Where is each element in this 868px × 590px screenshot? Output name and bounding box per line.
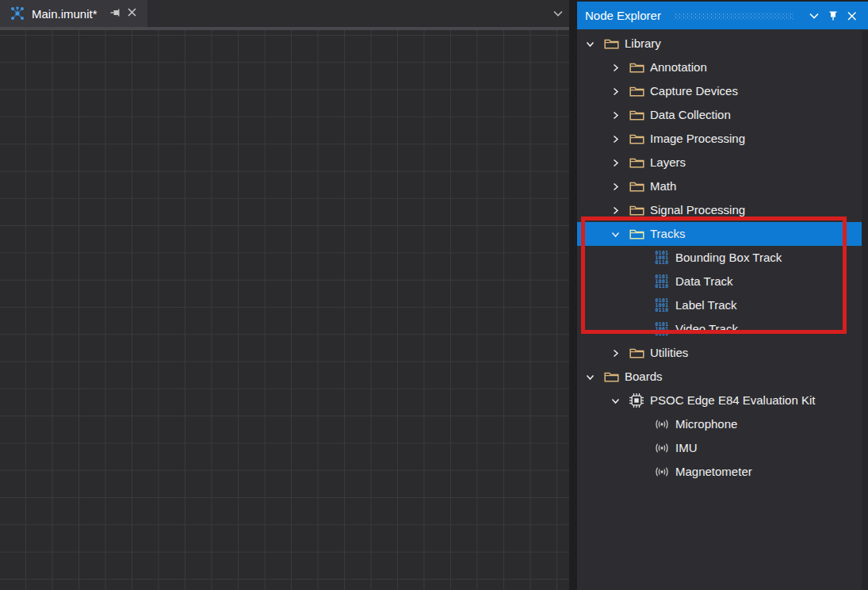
folder-icon [628,61,645,74]
tree-item-label: Boards [625,365,663,389]
folder-icon [628,347,645,359]
tree-item-label: PSOC Edge E84 Evaluation Kit [650,389,815,412]
document-tabbar: Main.imunit* [0,0,569,27]
tab-title: Main.imunit* [32,7,98,21]
tree-item-signal-processing[interactable]: Signal Processing [577,198,862,222]
binary-track-icon: 010110010110 [653,274,671,289]
tree-item-label: Magnetometer [675,460,752,484]
chevron-right-icon[interactable] [610,205,628,216]
pin-icon[interactable] [109,6,121,21]
binary-track-icon: 010110010110 [653,322,671,336]
tree-item-data-collection[interactable]: Data Collection [577,103,862,127]
tree-item-utilities[interactable]: Utilities [577,341,862,365]
tree-item-video-track[interactable]: 010110010110Video Track [577,317,862,341]
node-tree: LibraryAnnotationCapture DevicesData Col… [577,32,862,484]
tree-item-label: Image Processing [650,127,745,151]
sensor-icon [653,419,671,430]
sensor-icon [653,466,671,477]
chevron-down-icon[interactable] [610,396,628,406]
tree-item-bounding-box-track[interactable]: 010110010110Bounding Box Track [577,246,862,270]
tree-item-label: Video Track [675,317,738,341]
chevron-right-icon[interactable] [610,134,628,144]
chevron-right-icon[interactable] [610,348,628,358]
panel-title: Node Explorer [585,9,661,22]
splitter[interactable] [569,0,577,590]
drag-grip[interactable] [674,13,793,20]
tree-item-label: Layers [650,151,686,174]
tree-item-magnetometer[interactable]: Magnetometer [577,460,862,484]
chevron-down-icon[interactable] [585,372,602,382]
tree-item-label: Math [650,174,676,198]
tree-item-label: Capture Devices [650,79,738,103]
tree-item-layers[interactable]: Layers [577,151,862,174]
folder-icon [602,37,620,50]
tree-item-tracks[interactable]: Tracks [577,222,862,246]
sensor-icon [653,442,671,454]
binary-track-icon: 010110010110 [653,298,671,312]
tree-item-imu[interactable]: IMU [577,436,862,460]
tree-item-label: Tracks [650,222,685,246]
tree-item-data-track[interactable]: 010110010110Data Track [577,270,862,293]
folder-icon [628,109,645,121]
folder-icon [602,370,620,383]
tree-item-label-track[interactable]: 010110010110Label Track [577,293,862,317]
chevron-down-icon[interactable] [552,7,564,23]
tree-item-microphone[interactable]: Microphone [577,412,862,436]
tree-item-math[interactable]: Math [577,174,862,198]
tree-item-image-processing[interactable]: Image Processing [577,127,862,151]
tree-item-label: Signal Processing [650,198,745,222]
tree-item-label: Data Collection [650,103,731,127]
chevron-down-icon[interactable] [585,39,602,49]
node-explorer-panel: Node Explorer LibraryAnnotationCapture D… [577,0,868,590]
folder-icon [628,228,645,240]
chevron-right-icon[interactable] [610,110,628,121]
folder-icon [628,180,645,193]
close-icon[interactable] [126,6,138,21]
tree-item-label: Data Track [675,270,733,293]
scroll-gutter[interactable] [862,31,868,590]
tree-item-label: Library [625,32,661,56]
tree-item-boards[interactable]: Boards [577,365,862,389]
pin-icon[interactable] [824,6,843,26]
tree-item-label: Utilities [650,341,688,365]
tree-item-label: IMU [675,436,698,460]
tree-item-annotation[interactable]: Annotation [577,56,862,79]
tree-item-label: Label Track [675,293,737,317]
tree-item-label: Annotation [650,56,707,79]
chevron-right-icon[interactable] [610,63,628,73]
tree-item-psoc-edge-e84-evaluation-kit[interactable]: PSOC Edge E84 Evaluation Kit [577,389,862,412]
binary-track-icon: 010110010110 [653,251,671,265]
node-explorer-header[interactable]: Node Explorer [577,2,868,29]
folder-icon [628,85,645,98]
tree-item-label: Microphone [675,412,737,436]
node-canvas[interactable] [0,27,569,590]
tree-item-library[interactable]: Library [577,32,862,56]
editor-area: Main.imunit* [0,0,569,590]
folder-icon [628,156,645,169]
close-icon[interactable] [843,6,862,26]
chevron-down-icon[interactable] [805,6,824,26]
tree-item-label: Bounding Box Track [675,246,782,270]
tab-main-imunit[interactable]: Main.imunit* [0,0,147,27]
folder-icon [628,204,645,216]
chevron-right-icon[interactable] [610,86,628,97]
chevron-down-icon[interactable] [610,229,628,239]
tree-item-capture-devices[interactable]: Capture Devices [577,79,862,103]
chevron-right-icon[interactable] [610,182,628,192]
chip-icon [628,393,645,408]
node-graph-icon [10,6,25,21]
folder-icon [628,132,645,145]
chevron-right-icon[interactable] [610,158,628,168]
